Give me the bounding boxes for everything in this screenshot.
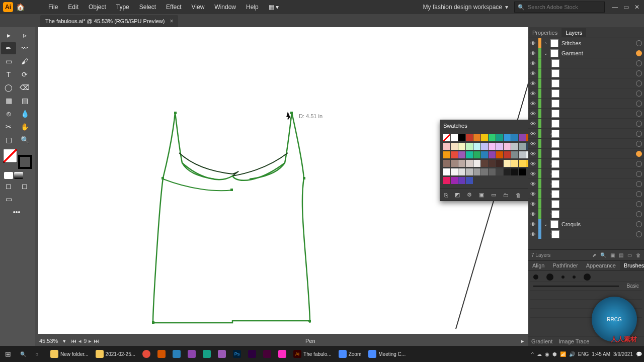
- tab-close-icon[interactable]: ×: [170, 18, 173, 25]
- layer-row[interactable]: 👁 ›: [528, 189, 644, 199]
- color-mode-gradient[interactable]: [14, 172, 23, 179]
- tab-imagetrace[interactable]: Image Trace: [558, 338, 589, 344]
- swatch[interactable]: [466, 134, 473, 141]
- tab-pathfinder[interactable]: Pathfinder: [548, 261, 582, 270]
- swatch[interactable]: [504, 160, 511, 167]
- visibility-icon[interactable]: 👁: [528, 181, 537, 187]
- visibility-icon[interactable]: 👁: [528, 191, 537, 197]
- swatch[interactable]: [519, 168, 526, 175]
- visibility-icon[interactable]: 👁: [528, 201, 537, 207]
- new-layer-icon[interactable]: ▭: [627, 252, 632, 258]
- tray-lang[interactable]: ENG: [578, 351, 589, 357]
- rotate-tool[interactable]: ⟳: [17, 68, 32, 80]
- eyedropper-tool[interactable]: 💧: [17, 108, 32, 120]
- expand-icon[interactable]: ›: [542, 41, 549, 46]
- artboard-nav[interactable]: ⏮ ◂ 9 ▸ ⏭: [71, 338, 99, 344]
- brush-dots-row[interactable]: [530, 273, 642, 282]
- start-button[interactable]: ⊞: [2, 347, 16, 361]
- stroke-swatch[interactable]: [18, 155, 32, 169]
- swatch[interactable]: [443, 143, 450, 150]
- expand-icon[interactable]: ⌄: [542, 51, 549, 56]
- target-icon[interactable]: [636, 141, 642, 147]
- expand-icon[interactable]: ⌄: [542, 222, 549, 227]
- swatch[interactable]: [466, 177, 473, 184]
- taskbar-meeting[interactable]: Meeting C...: [365, 347, 409, 361]
- tray-date[interactable]: 3/9/2021: [613, 351, 633, 357]
- menu-file[interactable]: File: [44, 2, 62, 13]
- pen-tool[interactable]: ✒: [1, 42, 16, 54]
- width-tool[interactable]: ⎋: [1, 108, 16, 120]
- swatch[interactable]: [481, 160, 488, 167]
- swatch-options-icon[interactable]: ⚙: [467, 192, 472, 198]
- swatch[interactable]: [489, 168, 496, 175]
- swatch[interactable]: [451, 168, 458, 175]
- visibility-icon[interactable]: 👁: [528, 231, 537, 237]
- menu-object[interactable]: Object: [85, 2, 110, 13]
- tray-wifi-icon[interactable]: 📶: [560, 351, 566, 357]
- swatch[interactable]: [504, 151, 511, 158]
- swatch[interactable]: [466, 168, 473, 175]
- zoom-level[interactable]: 45.53%: [39, 338, 58, 344]
- search-button[interactable]: 🔍: [17, 347, 31, 361]
- hand-tool[interactable]: ✋: [17, 121, 32, 133]
- taskbar-app-6[interactable]: [215, 347, 229, 361]
- layer-name[interactable]: Stitches: [559, 40, 635, 46]
- maximize-icon[interactable]: ▭: [622, 3, 630, 11]
- expand-icon[interactable]: ›: [542, 131, 550, 136]
- close-icon[interactable]: ✕: [633, 3, 641, 11]
- layers-list[interactable]: 👁 › Stitches 👁 ⌄ Garment 👁 👁 👁 👁 👁 👁 👁 👁…: [528, 38, 644, 249]
- folder-icon[interactable]: 🗀: [503, 192, 509, 198]
- target-icon[interactable]: [636, 211, 642, 217]
- tray-chevron-icon[interactable]: ^: [531, 351, 534, 357]
- swatch[interactable]: [504, 143, 511, 150]
- swatch[interactable]: [466, 160, 473, 167]
- rectangle-tool[interactable]: ▭: [1, 55, 16, 67]
- tray-cloud-icon[interactable]: ☁: [537, 351, 542, 357]
- scissors-tool[interactable]: ✂: [1, 121, 16, 133]
- new-colorgroup-icon[interactable]: ▣: [479, 192, 484, 198]
- visibility-icon[interactable]: 👁: [528, 40, 537, 46]
- swatch[interactable]: [458, 143, 465, 150]
- swatches-panel[interactable]: Swatches ≡ ▦ ⎘ ◩ ⚙ ▣ ▭ 🗀 🗑: [440, 120, 528, 201]
- layer-row[interactable]: 👁: [528, 78, 644, 88]
- brush-row-3[interactable]: [530, 291, 642, 300]
- swatch[interactable]: [443, 168, 450, 175]
- color-mode-none[interactable]: [24, 172, 33, 179]
- swatch-libraries-icon[interactable]: ⎘: [444, 192, 448, 198]
- swatch[interactable]: [496, 160, 503, 167]
- visibility-icon[interactable]: 👁: [528, 161, 537, 167]
- taskbar-app-10[interactable]: [275, 347, 289, 361]
- swatch[interactable]: [519, 134, 526, 141]
- visibility-icon[interactable]: 👁: [528, 50, 537, 56]
- cortana-icon[interactable]: ○: [32, 347, 46, 361]
- expand-icon[interactable]: ›: [542, 171, 550, 176]
- layer-row[interactable]: 👁 ⌄ Garment: [528, 48, 644, 58]
- swatch[interactable]: [504, 168, 511, 175]
- swatch[interactable]: [526, 143, 528, 150]
- tray-chrome-icon[interactable]: ◉: [545, 351, 549, 357]
- swatch[interactable]: [458, 134, 465, 141]
- target-icon[interactable]: [636, 90, 642, 97]
- swatch[interactable]: [519, 160, 526, 167]
- taskbar-app-9[interactable]: [260, 347, 274, 361]
- tray-defender-icon[interactable]: ⬢: [552, 351, 557, 357]
- tab-align[interactable]: Align: [528, 261, 548, 270]
- tab-layers[interactable]: Layers: [561, 28, 586, 37]
- swatch[interactable]: [526, 134, 528, 141]
- tab-gradient[interactable]: Gradient: [531, 338, 552, 344]
- target-icon[interactable]: [636, 111, 642, 117]
- target-icon[interactable]: [636, 151, 642, 157]
- swatch[interactable]: [451, 143, 458, 150]
- swatch[interactable]: [473, 134, 480, 141]
- target-icon[interactable]: [636, 191, 642, 197]
- menu-help[interactable]: Help: [242, 2, 263, 13]
- search-layer-icon[interactable]: 🔍: [600, 252, 606, 258]
- target-icon[interactable]: [636, 101, 642, 107]
- taskbar-folder-2[interactable]: 2021-02-25...: [93, 347, 139, 361]
- eraser-tool[interactable]: ⌫: [17, 81, 32, 94]
- swatch[interactable]: [511, 168, 518, 175]
- visibility-icon[interactable]: 👁: [528, 151, 537, 157]
- visibility-icon[interactable]: 👁: [528, 101, 537, 107]
- visibility-icon[interactable]: 👁: [528, 111, 537, 117]
- visibility-icon[interactable]: 👁: [528, 80, 537, 86]
